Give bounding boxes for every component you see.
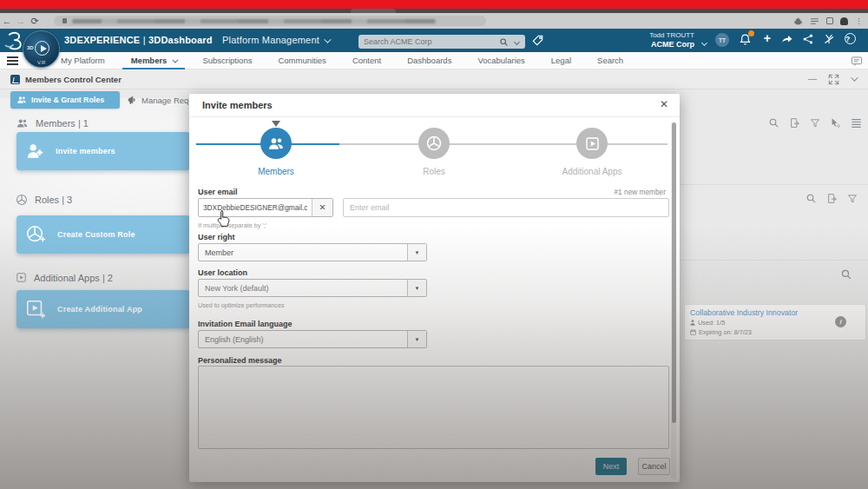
modal-scrollbar-thumb[interactable] [672, 122, 676, 423]
recording-banner [0, 0, 868, 9]
invite-members-dialog: Invite members ✕ Members Roles Additiona… [189, 94, 680, 482]
license-title-link[interactable]: Collaborative Industry Innovator [690, 308, 860, 317]
share-nodes-icon[interactable] [802, 33, 814, 45]
step-additional-apps[interactable] [576, 128, 608, 159]
browser-menu-icon[interactable]: ⋮ [855, 13, 863, 29]
page-title: Members Control Center [25, 75, 122, 84]
brand-context[interactable]: Platform Management [222, 35, 319, 45]
email-language-value: English (English) [199, 335, 407, 344]
search-input[interactable] [358, 37, 499, 46]
search-icon[interactable] [499, 37, 509, 47]
email-language-select[interactable]: English (English) ▼ [198, 330, 427, 348]
tab-dashboards[interactable]: Dashboards [405, 52, 453, 69]
export-icon[interactable] [826, 193, 838, 204]
avatar[interactable]: TT [715, 33, 729, 47]
chevron-down-icon[interactable] [324, 36, 331, 43]
minimize-icon[interactable]: — [808, 73, 817, 85]
create-additional-app-card[interactable]: Create Additional App [16, 290, 190, 328]
3dswym-icon[interactable] [823, 33, 835, 45]
filter-icon[interactable] [810, 118, 820, 129]
active-step-pointer-icon [272, 121, 280, 127]
dropdown-arrow-icon[interactable]: ▼ [407, 244, 426, 261]
user-menu[interactable]: Todd TROUTT ACME Corp [649, 31, 694, 49]
create-custom-role-card[interactable]: Create Custom Role [16, 215, 190, 254]
search-icon[interactable] [768, 117, 779, 129]
brand-3ddashboard: 3DDashboard [148, 35, 213, 45]
maximize-icon[interactable] [828, 74, 839, 85]
share-forward-icon[interactable] [780, 33, 793, 46]
roles-section-header: Roles | 3 [16, 194, 72, 206]
panel-divider [680, 260, 868, 261]
browser-refresh-icon[interactable]: ⟳ [28, 13, 42, 29]
tab-communities[interactable]: Communities [276, 52, 327, 69]
brand-title: 3DEXPERIENCE | 3DDashboard Platform Mana… [64, 35, 329, 45]
export-icon[interactable] [789, 117, 800, 129]
reading-list-icon[interactable] [810, 17, 819, 25]
roles-icon [16, 194, 28, 206]
global-search [358, 35, 525, 49]
invite-grant-roles-button[interactable]: Invite & Grant Roles [10, 91, 120, 109]
next-button[interactable]: Next [595, 458, 627, 475]
enter-email-input[interactable] [343, 198, 669, 217]
browser-toolbar: ← → ⟳ ⋮ [0, 13, 868, 29]
blurred-url [72, 19, 437, 23]
tab-search[interactable]: Search [595, 52, 625, 69]
list-density-icon[interactable] [851, 118, 862, 128]
search-icon[interactable] [806, 193, 817, 204]
tab-content[interactable]: Content [351, 52, 383, 69]
user-right-label: User right [198, 233, 235, 241]
user-menu-chevron-icon[interactable] [701, 40, 707, 46]
email-helper-text: If multiple, separate by ';' [198, 221, 266, 229]
remove-email-icon[interactable]: ✕ [312, 199, 332, 216]
invite-members-card[interactable]: Invite members [16, 132, 190, 170]
app-header: 3D V.R 3DEXPERIENCE | 3DDashboard Platfo… [0, 29, 868, 52]
browser-back-icon[interactable]: ← [0, 13, 14, 29]
user-right-value: Member [199, 248, 407, 257]
modal-scrollbar-track[interactable] [671, 122, 676, 479]
close-icon[interactable]: ✕ [657, 98, 671, 110]
invite-member-icon [25, 142, 44, 160]
select-cursor-icon[interactable] [830, 117, 841, 129]
brand-separator: | [143, 35, 146, 45]
add-content-icon[interactable]: + [764, 31, 771, 45]
step-members[interactable] [260, 128, 292, 159]
dropdown-arrow-icon[interactable]: ▼ [407, 331, 426, 347]
browser-profile-icon[interactable] [840, 17, 848, 25]
side-panel-icon[interactable] [826, 17, 833, 24]
collapse-chevron-icon[interactable] [851, 74, 858, 81]
calendar-icon [690, 329, 696, 335]
comments-icon[interactable] [851, 56, 863, 67]
filter-icon[interactable] [847, 194, 858, 204]
tab-legal[interactable]: Legal [549, 52, 573, 69]
hamburger-menu-icon[interactable] [7, 56, 18, 65]
search-scope-chevron-icon[interactable] [514, 38, 520, 44]
browser-address-bar[interactable] [54, 16, 486, 26]
search-icon[interactable] [840, 268, 852, 281]
user-location-label: User location [198, 268, 247, 277]
tab-members[interactable]: Members [129, 52, 179, 69]
help-icon[interactable]: ? [845, 33, 856, 44]
user-location-select[interactable]: New York (default) ▼ [198, 279, 427, 297]
cancel-button[interactable]: Cancel [638, 458, 670, 475]
personalized-message-textarea[interactable] [198, 366, 669, 449]
email-chip-value[interactable] [199, 199, 312, 216]
tab-my-platform[interactable]: My Platform [59, 52, 107, 69]
tag-icon[interactable] [531, 34, 544, 47]
roles-step-icon [425, 135, 443, 152]
3dcompass-icon[interactable]: 3D V.R [23, 30, 60, 68]
step-roles[interactable] [418, 128, 450, 159]
dropdown-arrow-icon[interactable]: ▼ [407, 280, 426, 296]
license-expiry: Expiring on: 8/7/23 [699, 328, 752, 336]
tab-subscriptions[interactable]: Subscriptions [201, 52, 253, 69]
browser-forward-icon[interactable]: → [14, 13, 28, 29]
license-card: Collaborative Industry Innovator Used: 1… [684, 304, 866, 340]
info-icon[interactable]: i [835, 316, 846, 327]
notifications-bell-icon[interactable] [739, 33, 752, 46]
additional-apps-icon [16, 272, 27, 283]
user-right-select[interactable]: Member ▼ [198, 243, 427, 261]
tab-vocabularies[interactable]: Vocabularies [476, 52, 526, 69]
chevron-down-icon [173, 57, 179, 63]
additional-apps-section-header: Additional Apps | 2 [16, 272, 113, 283]
extension-icon[interactable] [793, 17, 803, 26]
members-section-header: Members | 1 [16, 118, 89, 129]
